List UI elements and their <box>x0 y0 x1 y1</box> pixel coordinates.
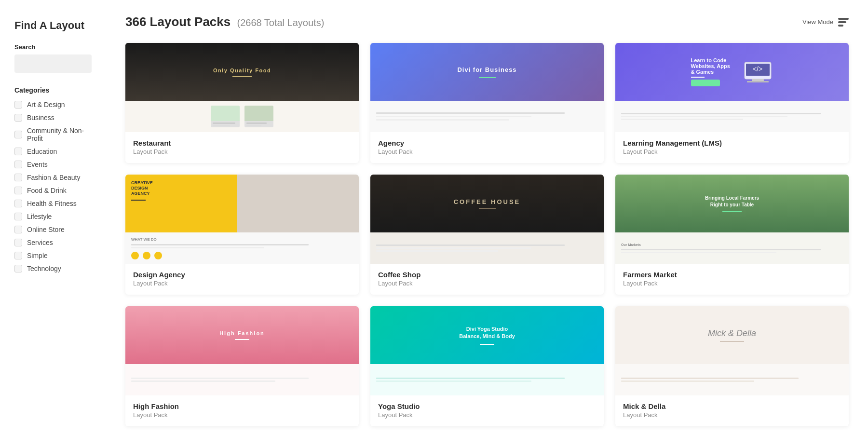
category-item-education[interactable]: Education <box>14 148 92 155</box>
card-image-lms: Learn to Code Websites, Apps & Games </> <box>615 43 849 132</box>
category-item-events[interactable]: Events <box>14 161 92 168</box>
category-label-technology: Technology <box>27 265 61 272</box>
card-name-lms: Learning Management (LMS) <box>623 139 841 147</box>
card-type-farmers-market: Layout Pack <box>623 280 841 287</box>
card-type-coffee-shop: Layout Pack <box>378 280 596 287</box>
card-name-agency: Agency <box>378 139 596 147</box>
card-image-design-agency: CREATIVEDESIGNAGENCY WHAT WE DO <box>125 175 359 264</box>
category-item-lifestyle[interactable]: Lifestyle <box>14 213 92 220</box>
packs-count-text: 366 Layout Packs <box>125 14 231 29</box>
category-checkbox-community[interactable] <box>14 131 22 138</box>
category-checkbox-fashion[interactable] <box>14 174 22 181</box>
card-image-yoga: Divi Yoga StudioBalance, Mind & Body <box>370 306 604 395</box>
card-info-restaurant: Restaurant Layout Pack <box>125 132 359 163</box>
main-content: 366 Layout Packs (2668 Total Layouts) Vi… <box>106 0 868 434</box>
category-checkbox-simple[interactable] <box>14 252 22 259</box>
card-info-agency: Agency Layout Pack <box>370 132 604 163</box>
view-mode-area[interactable]: View Mode <box>802 18 849 27</box>
category-item-fashion[interactable]: Fashion & Beauty <box>14 174 92 181</box>
layout-count-area: 366 Layout Packs (2668 Total Layouts) <box>125 14 324 29</box>
category-item-health[interactable]: Health & Fitness <box>14 200 92 207</box>
card-name-fashion-pack: High Fashion <box>133 402 351 410</box>
card-type-lms: Layout Pack <box>623 148 841 155</box>
category-checkbox-art-design[interactable] <box>14 101 22 108</box>
category-checkbox-education[interactable] <box>14 148 22 155</box>
card-image-wedding: Mick & Della <box>615 306 849 395</box>
category-item-food[interactable]: Food & Drink <box>14 187 92 194</box>
card-image-farmers-market: Bringing Local FarmersRight to your Tabl… <box>615 175 849 264</box>
packs-count: 366 Layout Packs (2668 Total Layouts) <box>125 14 324 29</box>
view-mode-icon[interactable] <box>838 18 849 27</box>
category-checkbox-business[interactable] <box>14 114 22 122</box>
card-image-agency: Divi for Business <box>370 43 604 132</box>
category-label-services: Services <box>27 239 53 246</box>
category-checkbox-lifestyle[interactable] <box>14 213 22 220</box>
card-type-fashion-pack: Layout Pack <box>133 411 351 419</box>
layout-card-wedding[interactable]: Mick & Della Mick & Della Layout Pack <box>615 306 849 426</box>
category-item-art-design[interactable]: Art & Design <box>14 101 92 108</box>
card-name-restaurant: Restaurant <box>133 139 351 147</box>
category-checkbox-technology[interactable] <box>14 265 22 272</box>
category-checkbox-food[interactable] <box>14 187 22 194</box>
category-label-fashion: Fashion & Beauty <box>27 174 81 181</box>
search-label: Search <box>14 43 92 51</box>
card-info-design-agency: Design Agency Layout Pack <box>125 264 359 295</box>
card-name-wedding: Mick & Della <box>623 402 841 410</box>
card-info-fashion-pack: High Fashion Layout Pack <box>125 395 359 426</box>
card-name-design-agency: Design Agency <box>133 271 351 279</box>
categories-list: Art & Design Business Community & Non-Pr… <box>14 101 92 272</box>
card-info-yoga: Yoga Studio Layout Pack <box>370 395 604 426</box>
sidebar: Find A Layout Search Categories Art & De… <box>0 0 106 434</box>
layout-card-coffee-shop[interactable]: COFFEE HOUSE Coffee Shop Layout Pack <box>370 175 604 295</box>
card-type-restaurant: Layout Pack <box>133 148 351 155</box>
category-item-simple[interactable]: Simple <box>14 252 92 259</box>
category-label-art-design: Art & Design <box>27 101 65 108</box>
card-image-fashion-pack: High Fashion <box>125 306 359 395</box>
category-label-health: Health & Fitness <box>27 200 77 207</box>
card-image-coffee-shop: COFFEE HOUSE <box>370 175 604 264</box>
card-type-wedding: Layout Pack <box>623 411 841 419</box>
category-label-business: Business <box>27 114 54 122</box>
sidebar-title: Find A Layout <box>14 19 92 32</box>
layout-card-yoga[interactable]: Divi Yoga StudioBalance, Mind & Body Yog… <box>370 306 604 426</box>
layout-grid: Only Quality Food Restaurant Layout Pack… <box>125 43 849 426</box>
layout-card-fashion-pack[interactable]: High Fashion High Fashion Layout Pack <box>125 306 359 426</box>
category-item-business[interactable]: Business <box>14 114 92 122</box>
layout-card-lms[interactable]: Learn to Code Websites, Apps & Games </> <box>615 43 849 163</box>
category-item-online-store[interactable]: Online Store <box>14 226 92 233</box>
card-name-yoga: Yoga Studio <box>378 402 596 410</box>
category-label-food: Food & Drink <box>27 187 67 194</box>
category-item-technology[interactable]: Technology <box>14 265 92 272</box>
svg-rect-4 <box>747 81 769 82</box>
card-info-coffee-shop: Coffee Shop Layout Pack <box>370 264 604 295</box>
layout-card-farmers-market[interactable]: Bringing Local FarmersRight to your Tabl… <box>615 175 849 295</box>
category-checkbox-events[interactable] <box>14 161 22 168</box>
svg-rect-3 <box>752 79 764 81</box>
main-header: 366 Layout Packs (2668 Total Layouts) Vi… <box>125 14 849 29</box>
category-checkbox-services[interactable] <box>14 239 22 246</box>
card-name-coffee-shop: Coffee Shop <box>378 271 596 279</box>
layouts-count-text: (2668 Total Layouts) <box>237 17 324 28</box>
category-checkbox-health[interactable] <box>14 200 22 207</box>
card-type-yoga: Layout Pack <box>378 411 596 419</box>
card-type-agency: Layout Pack <box>378 148 596 155</box>
category-checkbox-online-store[interactable] <box>14 226 22 233</box>
category-item-services[interactable]: Services <box>14 239 92 246</box>
layout-card-design-agency[interactable]: CREATIVEDESIGNAGENCY WHAT WE DO <box>125 175 359 295</box>
card-image-restaurant: Only Quality Food <box>125 43 359 132</box>
layout-card-agency[interactable]: Divi for Business Agency Layout Pack <box>370 43 604 163</box>
category-label-events: Events <box>27 161 48 168</box>
card-name-farmers-market: Farmers Market <box>623 271 841 279</box>
category-item-community[interactable]: Community & Non-Profit <box>14 127 92 142</box>
card-info-lms: Learning Management (LMS) Layout Pack <box>615 132 849 163</box>
view-mode-label: View Mode <box>802 18 833 26</box>
category-label-simple: Simple <box>27 252 48 259</box>
card-info-wedding: Mick & Della Layout Pack <box>615 395 849 426</box>
svg-text:</>: </> <box>752 65 762 73</box>
card-info-farmers-market: Farmers Market Layout Pack <box>615 264 849 295</box>
category-label-community: Community & Non-Profit <box>27 127 92 142</box>
card-type-design-agency: Layout Pack <box>133 280 351 287</box>
categories-heading: Categories <box>14 86 92 94</box>
layout-card-restaurant[interactable]: Only Quality Food Restaurant Layout Pack <box>125 43 359 163</box>
search-input[interactable] <box>14 54 92 73</box>
